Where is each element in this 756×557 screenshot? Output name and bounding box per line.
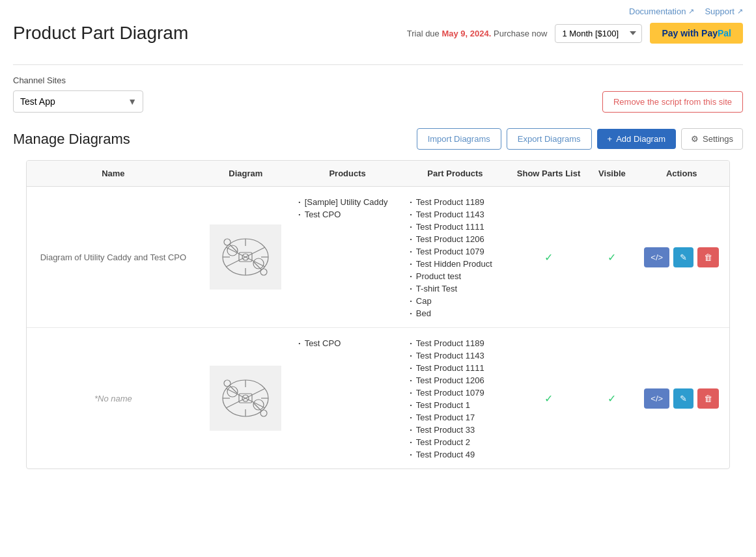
diagram-thumbnail (210, 366, 281, 431)
row2-part-products: Test Product 1189 Test Product 1143 Test… (403, 328, 507, 469)
channel-section: Channel Sites Test App Other Site ▼ Remo… (0, 65, 756, 123)
manage-title: Manage Diagrams (13, 131, 130, 148)
documentation-label: Documentation (629, 7, 686, 16)
list-item: Test Product 1111 (410, 221, 500, 233)
list-item: Test Product 1 (410, 399, 500, 411)
row2-actions: </> ✎ 🗑 (634, 328, 729, 469)
svg-point-29 (260, 410, 267, 416)
table-header-row: Name Diagram Products Part Products Show… (27, 161, 729, 187)
row1-diagram (200, 187, 292, 328)
row2-visible: ✓ (590, 328, 634, 469)
list-item: Test Product 1111 (410, 362, 500, 374)
row1-visible: ✓ (590, 187, 634, 328)
plus-icon: + (608, 134, 613, 144)
trial-bar: Trial due May 9, 2024. Purchase now 1 Mo… (407, 23, 743, 51)
delete-button[interactable]: 🗑 (697, 388, 719, 409)
trial-text: Trial due May 9, 2024. Purchase now (407, 29, 548, 38)
row1-part-products: Test Product 1189 Test Product 1143 Test… (403, 187, 507, 328)
add-diagram-button[interactable]: + Add Diagram (597, 129, 676, 149)
plan-select[interactable]: 1 Month [$100] 3 Months [$250] 1 Year [$… (555, 24, 642, 43)
col-diagram: Diagram (200, 161, 292, 187)
purchase-link[interactable]: Purchase now (494, 29, 547, 38)
col-part-products: Part Products (403, 161, 507, 187)
diagram-svg (213, 228, 278, 286)
diagrams-table-container: Name Diagram Products Part Products Show… (26, 160, 730, 469)
table-row: *No name (27, 328, 729, 469)
page-title: Product Part Diagram (13, 23, 188, 44)
list-item: Test Product 33 (410, 424, 500, 436)
col-actions: Actions (634, 161, 729, 187)
header-section: Product Part Diagram Trial due May 9, 20… (0, 23, 756, 64)
list-item: Test Product 1189 (410, 337, 500, 349)
channel-controls: Test App Other Site ▼ Remove the script … (13, 90, 743, 113)
row2-products: Test CPO (292, 328, 403, 469)
row2-show-parts-list: ✓ (507, 328, 591, 469)
svg-point-13 (224, 239, 231, 245)
remove-script-button[interactable]: Remove the script from this site (602, 91, 743, 113)
embed-code-button[interactable]: </> (644, 247, 669, 267)
list-item: [Sample] Utility Caddy (298, 196, 397, 208)
part-products-scroll[interactable]: Test Product 1189 Test Product 1143 Test… (410, 337, 500, 461)
support-label: Support (705, 7, 735, 16)
row1-products: [Sample] Utility Caddy Test CPO (292, 187, 403, 328)
list-item: Test Product 1206 (410, 233, 500, 245)
list-item: Test Product 1079 (410, 245, 500, 258)
trial-date: May 9, 2024. (441, 29, 491, 38)
list-item: Test Product 1143 (410, 349, 500, 362)
svg-point-28 (224, 380, 231, 387)
diagrams-table: Name Diagram Products Part Products Show… (27, 161, 729, 469)
row1-actions: </> ✎ 🗑 (634, 187, 729, 328)
paypal-button[interactable]: Pay with PayPal (650, 23, 743, 44)
diagram-svg (213, 369, 278, 428)
check-icon: ✓ (608, 252, 616, 263)
diagram-thumbnail (210, 224, 281, 290)
support-link[interactable]: Support ↗ (705, 7, 743, 16)
check-icon: ✓ (544, 393, 553, 404)
channel-select-wrapper: Test App Other Site ▼ (13, 90, 143, 113)
svg-point-14 (260, 269, 267, 275)
manage-section: Manage Diagrams Import Diagrams Export D… (0, 123, 756, 480)
delete-button[interactable]: 🗑 (697, 247, 719, 267)
list-item: T-shirt Test (410, 282, 500, 295)
list-item: Product test (410, 270, 500, 282)
list-item: Test CPO (298, 208, 397, 221)
external-link-icon-2: ↗ (737, 7, 743, 16)
row1-show-parts-list: ✓ (507, 187, 591, 328)
row2-name: *No name (27, 328, 200, 469)
list-item: Test Product 17 (410, 411, 500, 424)
list-item: Test Product 1079 (410, 387, 500, 399)
check-icon: ✓ (608, 393, 616, 404)
documentation-link[interactable]: Documentation ↗ (629, 7, 694, 16)
list-item: Test Hidden Product (410, 258, 500, 270)
manage-header: Manage Diagrams Import Diagrams Export D… (13, 128, 743, 150)
paypal-label: Pay with PayPal (662, 28, 731, 38)
gear-icon: ⚙ (691, 134, 699, 144)
import-diagrams-button[interactable]: Import Diagrams (417, 128, 501, 150)
channel-label: Channel Sites (13, 75, 743, 85)
channel-select[interactable]: Test App Other Site (13, 90, 143, 113)
embed-code-button[interactable]: </> (644, 388, 669, 409)
row1-name: Diagram of Utility Caddy and Test CPO (27, 187, 200, 328)
col-products: Products (292, 161, 403, 187)
list-item: Bed (410, 307, 500, 319)
list-item: Test Product 2 (410, 436, 500, 448)
list-item: Test Product 1206 (410, 374, 500, 387)
manage-actions: Import Diagrams Export Diagrams + Add Di… (417, 128, 743, 150)
list-item: Test Product 1189 (410, 196, 500, 208)
settings-button[interactable]: ⚙ Settings (681, 128, 743, 150)
list-item: Test Product 1143 (410, 208, 500, 221)
edit-button[interactable]: ✎ (673, 247, 693, 267)
col-visible: Visible (590, 161, 634, 187)
list-item: Test CPO (298, 337, 397, 349)
export-diagrams-button[interactable]: Export Diagrams (507, 128, 592, 150)
check-icon: ✓ (544, 252, 553, 263)
col-name: Name (27, 161, 200, 187)
external-link-icon: ↗ (688, 7, 694, 16)
list-item: Cap (410, 295, 500, 307)
table-row: Diagram of Utility Caddy and Test CPO (27, 187, 729, 328)
edit-button[interactable]: ✎ (673, 388, 693, 409)
col-show-parts-list: Show Parts List (507, 161, 591, 187)
top-bar: Documentation ↗ Support ↗ (0, 0, 756, 23)
row2-diagram (200, 328, 292, 469)
list-item: Test Product 49 (410, 448, 500, 461)
